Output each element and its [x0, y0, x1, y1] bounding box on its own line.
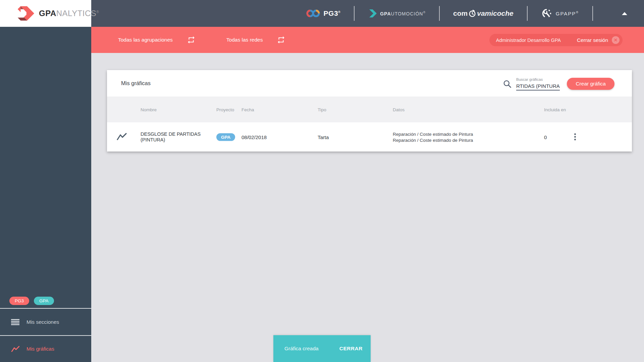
gpapp-label: GPAPP — [556, 11, 576, 16]
sidebar-item-label: Mis gráficas — [26, 346, 54, 352]
gpanalytics-logo[interactable]: GPANALYTICS® — [0, 0, 91, 27]
user-session-pill: Administrador Desarrollo GPA Cerrar sesi… — [489, 34, 623, 46]
filter-redes-label[interactable]: Todas las redes — [226, 37, 263, 43]
gpanalytics-arrow-icon — [15, 5, 34, 21]
header-separator — [592, 6, 593, 21]
comprova-pre: com — [453, 9, 468, 17]
search-field: Buscar gráficas — [516, 77, 560, 90]
search-icon[interactable] — [503, 79, 512, 88]
card-header: Mis gráficas Buscar gráficas Crear gráfi… — [107, 70, 632, 97]
datos-line-1: Reparación / Coste estimado de Pintura — [393, 132, 473, 137]
header-separator — [527, 6, 528, 21]
page-title: Mis gráficas — [121, 80, 151, 86]
badge-pg3[interactable]: PG3 — [9, 297, 29, 305]
partner-logos: PG3® GPAUTOMOCIÓN® com vamicoche — [306, 0, 627, 27]
logout-button[interactable]: Cerrar sesión ✕ — [577, 36, 620, 44]
brand-registered-mark: ® — [96, 10, 99, 14]
cell-nombre: DESGLOSE DE PARTIDAS (PINTURA) — [141, 131, 206, 143]
row-menu-kebab-icon[interactable] — [572, 131, 579, 142]
col-header-nombre: Nombre — [141, 107, 208, 112]
hamburger-icon — [11, 319, 20, 325]
comprova-post: vamicoche — [477, 9, 514, 17]
search-area: Buscar gráficas — [516, 70, 560, 97]
search-input[interactable] — [516, 82, 560, 90]
gpapp-logo[interactable]: GPAPP® — [541, 8, 579, 19]
pg3-infinity-icon — [306, 9, 320, 18]
pg3-label: PG3 — [324, 9, 338, 17]
col-header-datos: Datos — [393, 107, 405, 112]
gpautomocion-rest: UTOMOCIÓN — [391, 11, 423, 16]
sidebar-item-label: Mis secciones — [26, 319, 59, 325]
col-header-incluida-en: Incluida en — [544, 107, 566, 112]
gpapp-wrench-icon — [541, 8, 552, 19]
datos-line-2: Reparación / Coste estimado de Pintura — [393, 138, 473, 143]
sidebar-bottom: PG3 GPA Mis secciones — [0, 293, 91, 362]
logout-label: Cerrar sesión — [577, 37, 608, 43]
cell-datos: Reparación / Coste estimado de Pintura R… — [393, 131, 473, 143]
search-field-label: Buscar gráficas — [516, 77, 560, 81]
toast-message: Gráfica creada — [284, 346, 319, 352]
gpautomocion-logo[interactable]: GPAUTOMOCIÓN® — [368, 9, 426, 18]
cell-incluida-en: 0 — [544, 134, 547, 140]
filter-toolbar: Todas las agrupaciones Todas las redes A… — [91, 27, 644, 53]
sidebar-badges: PG3 GPA — [0, 293, 91, 308]
pg3-logo[interactable]: PG3® — [306, 9, 341, 18]
swap-redes-icon[interactable] — [277, 36, 285, 44]
col-header-tipo: Tipo — [318, 107, 326, 112]
table-row[interactable]: DESGLOSE DE PARTIDAS (PINTURA) GPA 08/02… — [107, 122, 632, 152]
col-header-proyecto: Proyecto — [216, 107, 234, 112]
toast-close-button[interactable]: CERRAR — [337, 343, 365, 354]
cell-fecha: 08/02/2018 — [241, 134, 267, 140]
stopwatch-icon — [468, 9, 476, 17]
project-badge-gpa: GPA — [216, 133, 235, 141]
create-chart-button[interactable]: Crear gráfica — [567, 78, 614, 90]
app-root: GPANALYTICS® PG3® GPAUTOMOCIÓN® — [0, 0, 644, 362]
brand-nalytics: NALYTICS — [56, 9, 97, 18]
gpautomocion-arrow-icon — [368, 9, 377, 18]
header-separator — [439, 6, 440, 21]
gpapp-reg: ® — [576, 11, 579, 14]
snackbar-toast: Gráfica creada CERRAR — [273, 335, 371, 362]
top-header-bar: GPANALYTICS® PG3® GPAUTOMOCIÓN® — [0, 0, 644, 27]
comprovamicoche-logo[interactable]: com vamicoche — [453, 9, 514, 17]
gpanalytics-wordmark: GPANALYTICS® — [39, 9, 99, 18]
cell-actions — [572, 131, 579, 142]
line-chart-icon — [11, 346, 20, 352]
brand-gpa: GPA — [39, 9, 56, 18]
gpautomocion-bold: GPA — [380, 11, 391, 16]
sidebar: PG3 GPA Mis secciones — [0, 27, 91, 362]
gpautomocion-reg: ® — [423, 11, 426, 14]
header-separator — [354, 6, 355, 21]
table-header-row: Nombre Proyecto Fecha Tipo Datos Incluid… — [107, 97, 632, 122]
sidebar-item-mis-secciones[interactable]: Mis secciones — [0, 309, 91, 335]
collapse-header-button[interactable] — [622, 12, 627, 15]
badge-gpa[interactable]: GPA — [34, 297, 54, 305]
pg3-reg: ® — [338, 10, 340, 14]
charts-card: Mis gráficas Buscar gráficas Crear gráfi… — [107, 70, 632, 152]
col-header-fecha: Fecha — [241, 107, 254, 112]
sidebar-item-mis-graficas[interactable]: Mis gráficas — [0, 336, 91, 362]
swap-agrupaciones-icon[interactable] — [187, 36, 196, 44]
filter-agrupaciones-label[interactable]: Todas las agrupaciones — [118, 37, 173, 43]
main-content: Mis gráficas Buscar gráficas Crear gráfi… — [91, 53, 644, 362]
cell-proyecto: GPA — [216, 133, 235, 141]
row-chart-icon — [117, 132, 127, 141]
logged-user-name: Administrador Desarrollo GPA — [496, 38, 561, 43]
cell-tipo: Tarta — [318, 134, 329, 140]
logout-x-icon: ✕ — [612, 36, 620, 44]
